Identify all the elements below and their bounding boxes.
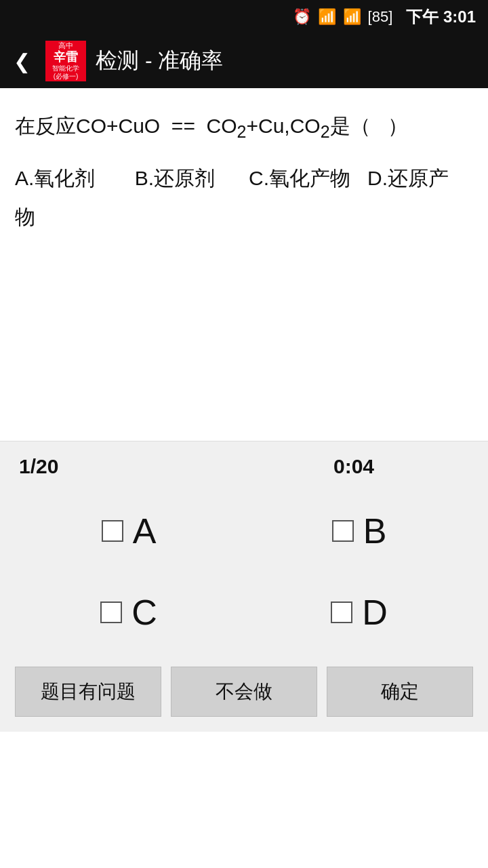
logo-top-text: 高中 [58, 41, 73, 50]
question-area: 在反应CO+CuO == CO2+Cu,CO2是（ ） A.氧化剂 B.还原剂 … [0, 88, 488, 441]
choice-c-label: C [131, 592, 157, 633]
app-logo: 高中 辛雷 智能化学 (必修一) [45, 41, 86, 81]
header-title: 检测 - 准确率 [96, 46, 223, 76]
checkbox-a[interactable] [102, 520, 123, 542]
progress-row: 1/20 0:04 [0, 455, 488, 478]
options-text: A.氧化剂 B.还原剂 C.氧化产物 D.还原产物 [15, 159, 473, 236]
timer-text: 0:04 [333, 455, 374, 478]
status-icons: ⏰ 📶 📶 [85] [293, 8, 393, 26]
checkbox-d[interactable] [331, 601, 352, 623]
progress-text: 1/20 [19, 455, 333, 478]
confirm-button[interactable]: 确定 [327, 667, 473, 717]
app-header: ❮ 高中 辛雷 智能化学 (必修一) 检测 - 准确率 [0, 34, 488, 88]
back-button[interactable]: ❮ [8, 50, 36, 73]
answer-area: 1/20 0:04 A B C D 题目有问题 不会做 确定 [0, 441, 488, 732]
logo-main-text: 辛雷 [54, 50, 78, 65]
choice-b[interactable]: B [244, 490, 474, 572]
logo-sub2-text: (必修一) [54, 73, 79, 81]
question-text: 在反应CO+CuO == CO2+Cu,CO2是（ ） [15, 108, 473, 146]
alarm-icon: ⏰ [293, 8, 311, 26]
skip-button[interactable]: 不会做 [171, 667, 317, 717]
battery-icon: [85] [368, 8, 393, 26]
choice-d-label: D [362, 592, 388, 633]
choice-c[interactable]: C [14, 572, 244, 653]
status-time: 下午 3:01 [406, 6, 476, 28]
logo-sub1-text: 智能化学 [52, 64, 79, 73]
choices-grid: A B C D [0, 490, 488, 653]
report-button[interactable]: 题目有问题 [15, 667, 161, 717]
wifi-icon: 📶 [318, 8, 336, 26]
choice-d[interactable]: D [244, 572, 474, 653]
choice-a-label: A [133, 511, 157, 551]
checkbox-c[interactable] [100, 601, 122, 623]
choice-a[interactable]: A [14, 490, 244, 572]
action-buttons: 题目有问题 不会做 确定 [0, 653, 488, 732]
signal-icon: 📶 [343, 8, 361, 26]
checkbox-b[interactable] [332, 520, 354, 542]
status-bar: ⏰ 📶 📶 [85] 下午 3:01 [0, 0, 488, 34]
choice-b-label: B [363, 511, 387, 551]
